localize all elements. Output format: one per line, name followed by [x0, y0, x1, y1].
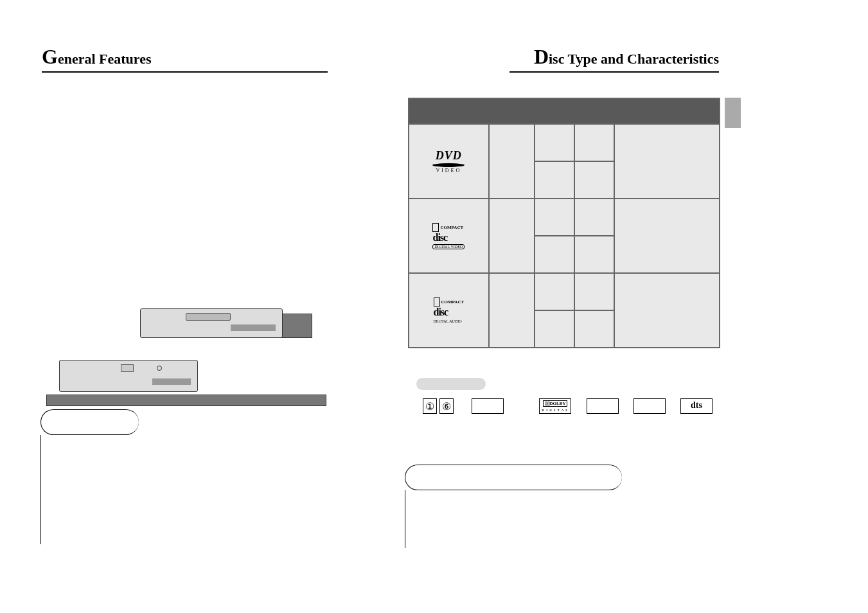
- th-logo: [409, 98, 489, 124]
- vcd-top: COMPACT: [440, 224, 463, 229]
- th-rec: [489, 98, 535, 124]
- callout-line-right: [405, 490, 406, 548]
- th-size: [535, 98, 574, 124]
- dvd-time-1: [574, 124, 614, 161]
- cd-box-icon: [432, 223, 439, 232]
- region-6-box: ⑥: [439, 398, 454, 414]
- table-header-row: [409, 98, 720, 124]
- region-1-icon: ①: [425, 401, 434, 412]
- dvd-logo-sub: VIDEO: [409, 168, 488, 173]
- dvd-char: [614, 124, 720, 199]
- dvd-player-illustration-top: [140, 308, 283, 338]
- dvd-logo-cell: DVD VIDEO: [409, 124, 489, 199]
- dvd-size-1: [535, 124, 574, 161]
- row-vcd-1: COMPACT disc DIGITAL VIDEO: [409, 199, 720, 236]
- display-icon: [121, 364, 134, 372]
- vcd-char: [614, 199, 720, 273]
- th-time: [574, 98, 614, 124]
- dts-box: dts: [680, 398, 713, 414]
- disc-characteristics-table: DVD VIDEO COMPACT disc DIGITAL VIDEO: [408, 98, 720, 348]
- dolby-top: DOLBY: [550, 401, 566, 406]
- cd-size-2: [535, 310, 574, 348]
- marking-box-5: [587, 398, 619, 414]
- callout-box-right: [405, 465, 622, 490]
- title-right-rest: isc Type and Characteristics: [549, 51, 719, 67]
- title-left-cap: G: [42, 45, 58, 68]
- vcd-logo-cell: COMPACT disc DIGITAL VIDEO: [409, 199, 489, 273]
- cd-bottom: DIGITAL AUDIO: [434, 319, 462, 323]
- dts-text: dts: [691, 400, 702, 410]
- dvd-disc-icon: [432, 163, 465, 167]
- dvd-player-illustration-bottom: [59, 360, 198, 392]
- cd-size-1: [535, 273, 574, 310]
- dolby-box: ▯▯DOLBY D I G I T A L: [539, 398, 571, 414]
- cd-mid: disc: [434, 306, 448, 317]
- dvd-time-2: [574, 161, 614, 199]
- button-row-icon: [152, 378, 191, 385]
- marking-box-6: [633, 398, 666, 414]
- cd-top: COMPACT: [441, 299, 465, 304]
- region-6-icon: ⑥: [442, 401, 451, 412]
- cd-time-1: [574, 273, 614, 310]
- region-1-box: ①: [423, 398, 437, 414]
- cd-time-2: [574, 310, 614, 348]
- vcd-size-1: [535, 199, 574, 236]
- cd-box-icon: [434, 298, 440, 306]
- marking-box-3: [472, 398, 504, 414]
- dolby-bottom: D I G I T A L: [542, 409, 568, 412]
- dvd-logo-text: DVD: [436, 149, 462, 162]
- vcd-size-2: [535, 236, 574, 273]
- dvd-size-2: [535, 161, 574, 199]
- dvd-player-shadow-bottom: [46, 395, 326, 406]
- row-cd-1: COMPACT disc DIGITAL AUDIO: [409, 273, 720, 310]
- page-title-left: General Features: [42, 45, 328, 73]
- cd-logo-cell: COMPACT disc DIGITAL AUDIO: [409, 273, 489, 348]
- page-side-tab: [725, 98, 741, 128]
- row-dvd-1: DVD VIDEO: [409, 124, 720, 161]
- th-char: [614, 98, 720, 124]
- vcd-mid: disc: [432, 232, 447, 243]
- knob-icon: [157, 366, 162, 371]
- vcd-bottom: DIGITAL VIDEO: [432, 244, 465, 249]
- callout-line-left: [40, 435, 42, 544]
- dvd-rec: [489, 124, 535, 199]
- title-right-cap: D: [534, 45, 549, 68]
- cd-rec: [489, 273, 535, 348]
- button-row-icon: [231, 324, 276, 331]
- tray-icon: [186, 313, 231, 321]
- callout-box-left: [40, 409, 139, 435]
- disc-marking-header: [416, 378, 486, 390]
- vcd-rec: [489, 199, 535, 273]
- page-title-right: Disc Type and Characteristics: [509, 45, 719, 73]
- vcd-time-1: [574, 199, 614, 236]
- title-left-rest: eneral Features: [58, 51, 152, 67]
- vcd-time-2: [574, 236, 614, 273]
- cd-char: [614, 273, 720, 348]
